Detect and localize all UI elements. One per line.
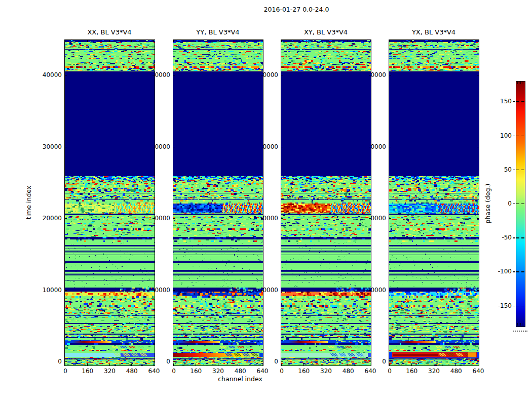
x-tick-label: 480 xyxy=(450,368,462,375)
colorbar-tick-mark xyxy=(516,136,519,136)
heatmap-panel-xx xyxy=(64,39,155,366)
x-tick-label: 640 xyxy=(365,368,376,375)
x-tick-label: 320 xyxy=(104,368,116,375)
heatmap-canvas-yy xyxy=(173,40,263,366)
panel-title-yy: YY, BL V3*V4 xyxy=(196,28,239,36)
colorbar-tick-label: -150 xyxy=(498,302,512,309)
y-tick-label: 30000 xyxy=(43,143,62,150)
x-tick-label: 0 xyxy=(388,368,392,375)
y-tick-label: 40000 xyxy=(43,71,62,78)
colorbar-tick-label: 0 xyxy=(508,200,512,207)
y-tick-label: 0 xyxy=(382,358,386,365)
colorbar-tick-mark xyxy=(521,170,524,170)
colorbar-tick-mark xyxy=(521,271,524,272)
y-tick-label: 0 xyxy=(58,358,62,365)
colorbar-tick-mark xyxy=(513,306,515,306)
colorbar-tick-mark xyxy=(513,101,515,102)
x-tick-label: 640 xyxy=(148,368,160,375)
colorbar-tick-mark xyxy=(513,204,515,204)
x-tick-label: 320 xyxy=(428,368,440,375)
heatmap-canvas-xx xyxy=(65,40,155,366)
colorbar-tick-label: 150 xyxy=(500,98,512,105)
x-tick-label: 160 xyxy=(406,368,417,375)
x-tick-label: 320 xyxy=(212,368,224,375)
x-tick-label: 640 xyxy=(473,368,484,375)
x-axis-label: channel index xyxy=(218,375,262,383)
colorbar-tick-mark xyxy=(521,306,524,306)
colorbar-tick-mark xyxy=(516,170,519,170)
x-tick-label: 0 xyxy=(172,368,176,375)
heatmap-canvas-yx xyxy=(389,40,479,366)
colorbar-tick-mark xyxy=(521,101,524,102)
colorbar-tick-label: 50 xyxy=(504,166,512,173)
x-tick-label: 480 xyxy=(126,368,138,375)
x-tick-label: 320 xyxy=(320,368,332,375)
colorbar-tick-label: -100 xyxy=(498,268,512,275)
x-tick-label: 160 xyxy=(190,368,202,375)
colorbar-tick-mark xyxy=(516,271,519,272)
x-tick-label: 640 xyxy=(257,368,269,375)
colorbar-tick-mark xyxy=(513,271,515,272)
y-tick-label: 10000 xyxy=(43,287,62,294)
y-tick-label: 20000 xyxy=(43,215,62,222)
colorbar-tick-mark xyxy=(513,170,515,170)
heatmap-panel-yx xyxy=(389,39,479,366)
colorbar-tick-mark xyxy=(521,204,524,204)
colorbar-top-hatch xyxy=(517,82,523,84)
x-tick-label: 160 xyxy=(298,368,310,375)
x-tick-label: 0 xyxy=(280,368,284,375)
colorbar-tick-mark xyxy=(516,101,519,102)
colorbar-bottom-hatch xyxy=(517,323,523,326)
heatmap-canvas-xy xyxy=(281,40,371,366)
colorbar-dotted-line xyxy=(513,331,527,332)
colorbar-tick-mark xyxy=(521,136,524,136)
colorbar-label: phase (deg.) xyxy=(484,184,491,224)
x-tick-label: 480 xyxy=(235,368,246,375)
colorbar-tick-mark xyxy=(516,204,519,204)
panel-title-yx: YX, BL V3*V4 xyxy=(412,28,455,36)
x-tick-label: 480 xyxy=(343,368,354,375)
y-tick-label: 0 xyxy=(274,358,278,365)
y-axis-label: time index xyxy=(25,186,32,219)
y-tick-label: 0 xyxy=(166,358,170,365)
x-tick-label: 160 xyxy=(82,368,93,375)
panel-title-xx: XX, BL V3*V4 xyxy=(87,28,131,36)
colorbar-tick-label: -50 xyxy=(502,234,512,241)
colorbar-tick-mark xyxy=(516,237,519,238)
colorbar-tick-mark xyxy=(513,237,515,238)
heatmap-panel-yy xyxy=(173,39,263,366)
colorbar-tick-mark xyxy=(516,306,519,306)
colorbar-tick-mark xyxy=(521,237,524,238)
colorbar-tick-label: 100 xyxy=(500,132,512,139)
phase-waterfall-figure: 2016-01-27 0.0-24.0 time index channel i… xyxy=(0,0,532,405)
figure-title: 2016-01-27 0.0-24.0 xyxy=(264,6,329,13)
heatmap-panel-xy xyxy=(281,39,371,366)
x-tick-label: 0 xyxy=(63,368,67,375)
colorbar-tick-mark xyxy=(513,136,515,136)
panel-title-xy: XY, BL V3*V4 xyxy=(304,28,348,36)
